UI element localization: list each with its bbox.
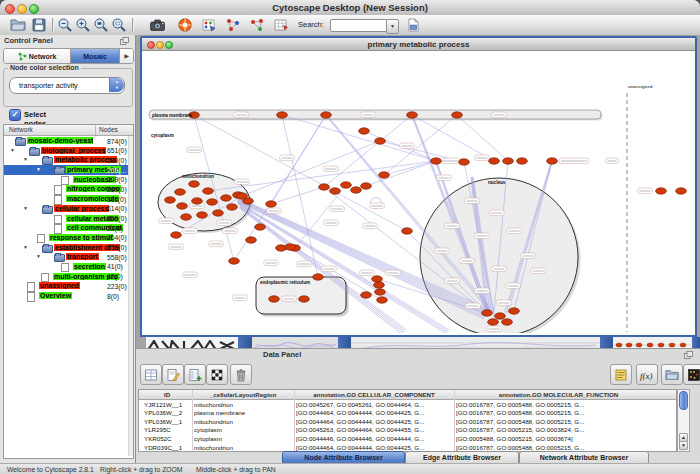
network-edge[interactable]: [384, 161, 436, 175]
network-node[interactable]: [361, 183, 372, 189]
network-node[interactable]: [269, 296, 280, 302]
network-node[interactable]: [676, 188, 687, 194]
function-builder-button[interactable]: f(x): [636, 364, 658, 385]
network-node[interactable]: [656, 188, 667, 194]
save-session-button[interactable]: [30, 17, 48, 34]
zoom-fit-button[interactable]: [92, 17, 110, 34]
tree-scrollbar[interactable]: [128, 136, 133, 456]
tab-overflow-button[interactable]: ▶: [120, 49, 133, 63]
import-attributes-button[interactable]: [661, 364, 683, 385]
network-node[interactable]: [246, 237, 257, 243]
tree-row[interactable]: secretion41(0): [4, 262, 133, 272]
network-node[interactable]: [177, 203, 188, 209]
annotation-button[interactable]: [200, 17, 218, 34]
notes-button[interactable]: [610, 364, 632, 385]
table-row[interactable]: YPL036W__1mitochondrion[GO:0044464, GO:0…: [139, 417, 676, 426]
tree-row[interactable]: ▼transport558(0): [4, 252, 133, 262]
snapshot-button[interactable]: [148, 17, 166, 34]
network-node[interactable]: [321, 112, 332, 118]
background-window-fragment[interactable]: [252, 337, 338, 348]
tree-row[interactable]: mosaic-demo-yeast874(0): [4, 136, 133, 146]
delete-attribute-button[interactable]: [230, 364, 252, 385]
tree-row[interactable]: nucleobase-209(0): [4, 175, 133, 185]
search-dropdown-button[interactable]: ▼: [386, 19, 399, 34]
background-window-fragment[interactable]: [613, 337, 692, 348]
network-node[interactable]: [459, 159, 470, 165]
network-node[interactable]: [277, 112, 288, 118]
background-window-fragment[interactable]: [351, 337, 600, 348]
expand-arrow-icon[interactable]: ▼: [23, 244, 28, 250]
network-node[interactable]: [255, 224, 266, 230]
tree-row[interactable]: macromolecule311(0): [4, 194, 133, 204]
network-node[interactable]: [509, 308, 520, 314]
float-panel-icon[interactable]: [684, 351, 693, 359]
tree-row[interactable]: ▼metabolic process280(0): [4, 155, 133, 165]
network-node[interactable]: [319, 184, 330, 190]
zoom-selected-button[interactable]: [110, 17, 128, 34]
zoom-out-button[interactable]: [56, 17, 74, 34]
tree-row[interactable]: unassigned223(0): [4, 281, 133, 291]
network-node[interactable]: [227, 204, 238, 210]
zoom-in-button[interactable]: [74, 17, 92, 34]
tree-row[interactable]: ▼cellular process614(0): [4, 204, 133, 214]
network-node[interactable]: [266, 201, 277, 207]
network-node[interactable]: [377, 297, 388, 303]
table-column-header[interactable]: _cellularLayoutRegion: [192, 391, 294, 398]
network-node[interactable]: [181, 214, 192, 220]
tree-row[interactable]: ▼establishment of lo558(0): [4, 243, 133, 253]
attribute-table-button[interactable]: [140, 364, 162, 385]
network-node[interactable]: [372, 276, 383, 282]
network-node[interactable]: [361, 292, 372, 298]
expand-arrow-icon[interactable]: ▼: [10, 147, 15, 153]
import-table-button[interactable]: [272, 17, 290, 34]
network-node[interactable]: [351, 187, 362, 193]
network-node[interactable]: [374, 282, 385, 288]
network-canvas[interactable]: plasma membranecytoplasmmitochondrionnuc…: [142, 51, 691, 333]
table-column-header[interactable]: annotation.GO MOLECULAR_FUNCTION: [454, 391, 663, 398]
table-scrollbar[interactable]: ▲ ▼: [677, 389, 690, 452]
network-node[interactable]: [192, 198, 203, 204]
table-row[interactable]: YJR121W__1mitochondrion[GO:0045267, GO:0…: [139, 400, 676, 409]
float-panel-icon[interactable]: [120, 37, 129, 45]
network-node[interactable]: [285, 244, 296, 250]
network-node[interactable]: [189, 181, 200, 187]
help-button[interactable]: [176, 17, 194, 34]
network-node[interactable]: [165, 197, 176, 203]
select-nodes-checkbox[interactable]: ✓: [9, 109, 21, 121]
expand-arrow-icon[interactable]: ▼: [23, 205, 28, 211]
network-node[interactable]: [221, 195, 232, 201]
network-node[interactable]: [482, 310, 493, 316]
network-node[interactable]: [237, 193, 248, 199]
network-node[interactable]: [502, 319, 513, 325]
network-node[interactable]: [375, 138, 386, 144]
network-node[interactable]: [207, 199, 218, 205]
background-window-fragment[interactable]: [146, 337, 238, 348]
table-row[interactable]: YLR295Ccytoplasm[GO:0045263, GO:0044464,…: [139, 425, 676, 434]
network-node[interactable]: [229, 258, 240, 264]
network-node[interactable]: [547, 158, 558, 164]
network-edge[interactable]: [412, 115, 494, 161]
tab-network[interactable]: Network: [4, 49, 71, 63]
network-node[interactable]: [299, 296, 310, 302]
vizmapper-button[interactable]: [224, 17, 242, 34]
network-node[interactable]: [213, 210, 224, 216]
tree-row[interactable]: nitrogen compo209(0): [4, 184, 133, 194]
attribute-file-button[interactable]: [404, 17, 422, 34]
network-node[interactable]: [431, 158, 442, 164]
expand-arrow-icon[interactable]: ▼: [36, 253, 41, 259]
tree-row[interactable]: cell communicat22(0): [4, 223, 133, 233]
network-node[interactable]: [503, 158, 514, 164]
tree-row[interactable]: multi-organism pro42(0): [4, 272, 133, 282]
network-node[interactable]: [517, 158, 528, 164]
network-node[interactable]: [402, 228, 413, 234]
tree-row[interactable]: cellular metabo209(0): [4, 214, 133, 224]
network-node[interactable]: [341, 182, 352, 188]
network-node[interactable]: [197, 212, 208, 218]
network-node[interactable]: [313, 274, 324, 280]
matrix-button[interactable]: [206, 364, 228, 385]
network-node[interactable]: [203, 188, 214, 194]
node-color-dropdown[interactable]: transporter activity ▲▼: [9, 77, 125, 94]
network-node[interactable]: [452, 112, 463, 118]
network-view-window[interactable]: primary metabolic process plasma membran…: [140, 36, 697, 337]
table-row[interactable]: YDR039C__1mitochondrion[GO:0044464, GO:0…: [139, 443, 676, 452]
